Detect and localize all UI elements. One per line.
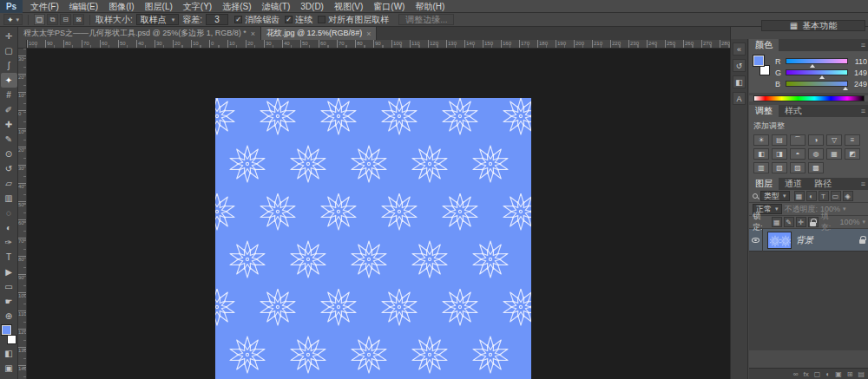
color-balance-icon[interactable]: ◧ bbox=[753, 148, 769, 160]
history-brush-tool[interactable]: ↺ bbox=[1, 161, 17, 176]
foreground-color-swatch[interactable] bbox=[753, 56, 764, 66]
ruler-origin-corner[interactable] bbox=[18, 40, 27, 49]
exposure-icon[interactable]: ◑ bbox=[808, 134, 824, 146]
refine-edge-button[interactable]: 调整边缘... bbox=[398, 14, 454, 25]
option-checkbox-1[interactable]: ✓连续 bbox=[285, 14, 312, 26]
horizontal-ruler[interactable]: 1009080706050403020100102030405060708090… bbox=[27, 40, 730, 49]
new-layer-icon[interactable]: ⊞ bbox=[847, 369, 853, 379]
panel-menu-icon[interactable]: ≡ bbox=[858, 39, 868, 51]
canvas-area[interactable] bbox=[27, 49, 730, 379]
menu-item-0[interactable]: 文件(F) bbox=[25, 0, 64, 13]
brush-tool[interactable]: ✎ bbox=[1, 132, 17, 147]
rectangle-tool[interactable]: ▭ bbox=[1, 279, 17, 294]
panel-color-swatches[interactable] bbox=[753, 56, 771, 76]
layer-row[interactable]: 背景 bbox=[749, 229, 868, 252]
new-adjustment-layer-icon[interactable]: ◐ bbox=[825, 369, 830, 379]
menu-item-8[interactable]: 视图(V) bbox=[329, 0, 368, 13]
crop-tool[interactable]: # bbox=[1, 88, 17, 102]
background-color-swatch[interactable] bbox=[7, 335, 16, 344]
slider-thumb[interactable] bbox=[843, 87, 848, 90]
lock-all-icon[interactable] bbox=[808, 217, 819, 227]
menu-item-5[interactable]: 选择(S) bbox=[217, 0, 256, 13]
vertical-ruler[interactable]: 3020100102030405060708090100110120130140… bbox=[18, 49, 27, 379]
posterize-icon[interactable]: ▥ bbox=[753, 162, 769, 173]
filter-shape-layers-icon[interactable]: ▭ bbox=[831, 191, 841, 201]
menu-item-4[interactable]: 文字(Y) bbox=[178, 0, 217, 13]
quick-mask-button[interactable]: ◧ bbox=[1, 346, 17, 361]
color-spectrum-ramp[interactable] bbox=[753, 95, 865, 101]
properties-panel-icon[interactable]: ◧ bbox=[733, 75, 746, 88]
menu-item-7[interactable]: 3D(D) bbox=[295, 0, 329, 13]
filter-pixel-layers-icon[interactable]: ▦ bbox=[794, 191, 805, 201]
expand-panels-icon[interactable]: « bbox=[733, 42, 746, 56]
background-color-swatch[interactable] bbox=[760, 65, 770, 75]
selective-color-icon[interactable]: ▩ bbox=[808, 162, 824, 173]
tab-close-icon[interactable]: × bbox=[251, 29, 255, 38]
color-lookup-icon[interactable]: ▦ bbox=[826, 148, 842, 160]
menu-item-6[interactable]: 滤镜(T) bbox=[257, 0, 296, 13]
gradient-tool[interactable]: ▥ bbox=[1, 191, 17, 206]
menu-item-1[interactable]: 编辑(E) bbox=[64, 0, 103, 13]
color-swatch-widget[interactable] bbox=[1, 325, 17, 344]
sample-size-select[interactable]: 取样点 ▾ bbox=[136, 14, 180, 25]
tab-adjustments[interactable]: 调整 bbox=[749, 105, 779, 117]
new-group-icon[interactable]: ▣ bbox=[835, 369, 842, 379]
clone-stamp-tool[interactable]: ⊙ bbox=[1, 147, 17, 161]
option-checkbox-2[interactable]: 对所有图层取样 bbox=[318, 14, 389, 26]
eyedropper-tool[interactable]: ✐ bbox=[1, 102, 17, 117]
menu-item-2[interactable]: 图像(I) bbox=[103, 0, 139, 13]
intersect-selection-icon[interactable]: ⊠ bbox=[73, 14, 84, 25]
layer-visibility-toggle[interactable] bbox=[749, 229, 763, 252]
tab-close-icon[interactable]: × bbox=[366, 29, 371, 38]
panel-menu-icon[interactable]: ≡ bbox=[858, 105, 868, 117]
pen-tool[interactable]: ✑ bbox=[1, 235, 17, 250]
spot-healing-brush-tool[interactable]: ✚ bbox=[1, 117, 17, 132]
levels-icon[interactable]: ▤ bbox=[772, 134, 787, 146]
type-tool[interactable]: T bbox=[1, 250, 17, 265]
eraser-tool[interactable]: ▱ bbox=[1, 176, 17, 191]
layers-panel-tab-0[interactable]: 图层 bbox=[749, 178, 779, 190]
slider-track[interactable] bbox=[786, 58, 848, 64]
channel-mixer-icon[interactable]: ◍ bbox=[808, 148, 824, 160]
filter-type-layers-icon[interactable]: T bbox=[819, 191, 829, 201]
panel-menu-icon[interactable]: ≡ bbox=[858, 178, 868, 190]
character-panel-icon[interactable]: A bbox=[733, 92, 746, 105]
hand-tool[interactable]: ☛ bbox=[1, 294, 17, 309]
move-tool[interactable]: ✛ bbox=[1, 29, 17, 43]
delete-layer-icon[interactable]: ▤ bbox=[858, 369, 865, 379]
slider-track[interactable] bbox=[786, 69, 848, 75]
lock-position-icon[interactable]: ✛ bbox=[796, 217, 806, 227]
hue-saturation-icon[interactable]: ≡ bbox=[845, 134, 860, 146]
slider-track[interactable] bbox=[786, 81, 848, 87]
black-white-icon[interactable]: ◨ bbox=[772, 148, 787, 160]
option-checkbox-0[interactable]: ✓消除锯齿 bbox=[234, 14, 279, 26]
slider-value[interactable]: 110 bbox=[852, 57, 867, 66]
rectangular-marquee-tool[interactable]: ▢ bbox=[1, 43, 17, 58]
filter-adjustment-layers-icon[interactable]: ◐ bbox=[806, 191, 817, 201]
add-to-selection-icon[interactable]: ⧉ bbox=[47, 14, 58, 25]
layers-panel-tab-1[interactable]: 通道 bbox=[779, 178, 808, 190]
slider-value[interactable]: 149 bbox=[852, 69, 867, 77]
lock-pixels-icon[interactable]: ✎ bbox=[784, 217, 794, 227]
layer-style-icon[interactable]: fx bbox=[804, 369, 809, 379]
workspace-switcher-button[interactable]: ▦ 基本功能 bbox=[761, 20, 865, 31]
filter-smart-objects-icon[interactable]: ◈ bbox=[843, 191, 853, 201]
add-mask-icon[interactable]: ▢ bbox=[814, 369, 821, 379]
slider-thumb[interactable] bbox=[810, 64, 815, 68]
subtract-from-selection-icon[interactable]: ⊟ bbox=[60, 14, 71, 25]
link-layers-icon[interactable]: ∞ bbox=[793, 369, 799, 379]
menu-item-10[interactable]: 帮助(H) bbox=[410, 0, 450, 13]
history-panel-icon[interactable]: ↺ bbox=[733, 59, 746, 72]
menu-item-9[interactable]: 窗口(W) bbox=[368, 0, 410, 13]
path-selection-tool[interactable]: ▶ bbox=[1, 265, 17, 279]
curves-icon[interactable]: ⌒ bbox=[790, 134, 806, 146]
gradient-map-icon[interactable]: ▨ bbox=[790, 162, 806, 173]
lock-transparency-icon[interactable]: ▦ bbox=[772, 217, 782, 227]
threshold-icon[interactable]: ▧ bbox=[772, 162, 787, 173]
brightness-contrast-icon[interactable]: ☀ bbox=[753, 134, 769, 146]
tolerance-input[interactable]: 3 bbox=[206, 14, 228, 25]
tool-preset-picker[interactable]: ✦ ▾ bbox=[3, 14, 23, 25]
screen-mode-button[interactable]: ▣ bbox=[1, 361, 17, 376]
tab-color[interactable]: 颜色 bbox=[749, 39, 779, 51]
fill-value[interactable]: 100% bbox=[839, 218, 859, 226]
